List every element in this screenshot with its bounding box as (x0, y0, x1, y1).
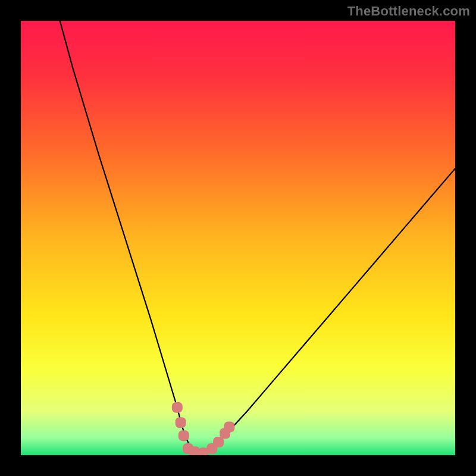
plot-area (21, 21, 455, 455)
outer-frame: TheBottleneck.com (0, 0, 476, 476)
svg-rect-0 (21, 21, 455, 455)
watermark-text: TheBottleneck.com (347, 4, 470, 19)
gradient-background (21, 21, 455, 455)
